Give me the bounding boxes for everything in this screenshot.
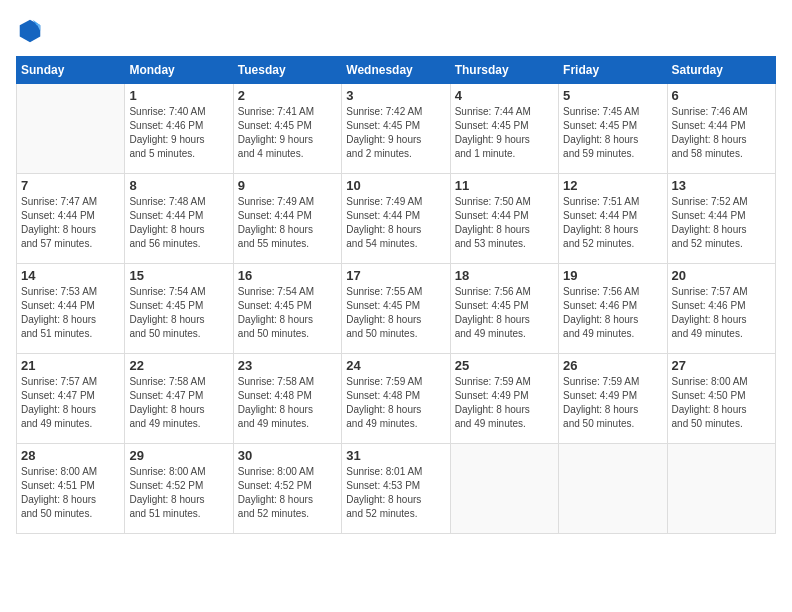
calendar-header-row: SundayMondayTuesdayWednesdayThursdayFrid… <box>17 57 776 84</box>
day-info: Sunrise: 7:59 AM Sunset: 4:49 PM Dayligh… <box>455 375 554 431</box>
calendar-cell: 4Sunrise: 7:44 AM Sunset: 4:45 PM Daylig… <box>450 84 558 174</box>
day-number: 8 <box>129 178 228 193</box>
day-info: Sunrise: 7:41 AM Sunset: 4:45 PM Dayligh… <box>238 105 337 161</box>
day-info: Sunrise: 7:54 AM Sunset: 4:45 PM Dayligh… <box>238 285 337 341</box>
calendar-header-monday: Monday <box>125 57 233 84</box>
calendar-cell: 3Sunrise: 7:42 AM Sunset: 4:45 PM Daylig… <box>342 84 450 174</box>
day-info: Sunrise: 7:48 AM Sunset: 4:44 PM Dayligh… <box>129 195 228 251</box>
day-number: 18 <box>455 268 554 283</box>
day-info: Sunrise: 7:59 AM Sunset: 4:48 PM Dayligh… <box>346 375 445 431</box>
calendar-cell: 17Sunrise: 7:55 AM Sunset: 4:45 PM Dayli… <box>342 264 450 354</box>
day-number: 25 <box>455 358 554 373</box>
day-info: Sunrise: 7:58 AM Sunset: 4:47 PM Dayligh… <box>129 375 228 431</box>
day-info: Sunrise: 8:00 AM Sunset: 4:52 PM Dayligh… <box>238 465 337 521</box>
calendar-cell: 10Sunrise: 7:49 AM Sunset: 4:44 PM Dayli… <box>342 174 450 264</box>
day-number: 3 <box>346 88 445 103</box>
day-number: 9 <box>238 178 337 193</box>
day-info: Sunrise: 8:01 AM Sunset: 4:53 PM Dayligh… <box>346 465 445 521</box>
day-info: Sunrise: 7:58 AM Sunset: 4:48 PM Dayligh… <box>238 375 337 431</box>
calendar-cell: 14Sunrise: 7:53 AM Sunset: 4:44 PM Dayli… <box>17 264 125 354</box>
calendar-cell: 2Sunrise: 7:41 AM Sunset: 4:45 PM Daylig… <box>233 84 341 174</box>
calendar-cell: 27Sunrise: 8:00 AM Sunset: 4:50 PM Dayli… <box>667 354 775 444</box>
calendar-header-tuesday: Tuesday <box>233 57 341 84</box>
calendar-cell: 31Sunrise: 8:01 AM Sunset: 4:53 PM Dayli… <box>342 444 450 534</box>
day-info: Sunrise: 7:55 AM Sunset: 4:45 PM Dayligh… <box>346 285 445 341</box>
calendar-cell: 6Sunrise: 7:46 AM Sunset: 4:44 PM Daylig… <box>667 84 775 174</box>
calendar-cell: 11Sunrise: 7:50 AM Sunset: 4:44 PM Dayli… <box>450 174 558 264</box>
day-info: Sunrise: 7:57 AM Sunset: 4:47 PM Dayligh… <box>21 375 120 431</box>
calendar-cell: 1Sunrise: 7:40 AM Sunset: 4:46 PM Daylig… <box>125 84 233 174</box>
day-info: Sunrise: 7:51 AM Sunset: 4:44 PM Dayligh… <box>563 195 662 251</box>
calendar-cell: 13Sunrise: 7:52 AM Sunset: 4:44 PM Dayli… <box>667 174 775 264</box>
calendar-header-wednesday: Wednesday <box>342 57 450 84</box>
day-number: 10 <box>346 178 445 193</box>
calendar-cell: 19Sunrise: 7:56 AM Sunset: 4:46 PM Dayli… <box>559 264 667 354</box>
day-number: 20 <box>672 268 771 283</box>
day-number: 26 <box>563 358 662 373</box>
day-info: Sunrise: 7:52 AM Sunset: 4:44 PM Dayligh… <box>672 195 771 251</box>
day-info: Sunrise: 7:50 AM Sunset: 4:44 PM Dayligh… <box>455 195 554 251</box>
day-number: 28 <box>21 448 120 463</box>
day-number: 31 <box>346 448 445 463</box>
day-number: 29 <box>129 448 228 463</box>
calendar-cell: 12Sunrise: 7:51 AM Sunset: 4:44 PM Dayli… <box>559 174 667 264</box>
calendar-cell: 7Sunrise: 7:47 AM Sunset: 4:44 PM Daylig… <box>17 174 125 264</box>
day-info: Sunrise: 7:47 AM Sunset: 4:44 PM Dayligh… <box>21 195 120 251</box>
day-info: Sunrise: 7:49 AM Sunset: 4:44 PM Dayligh… <box>346 195 445 251</box>
day-number: 17 <box>346 268 445 283</box>
calendar-body: 1Sunrise: 7:40 AM Sunset: 4:46 PM Daylig… <box>17 84 776 534</box>
logo <box>16 16 48 44</box>
day-number: 7 <box>21 178 120 193</box>
day-number: 30 <box>238 448 337 463</box>
day-info: Sunrise: 7:57 AM Sunset: 4:46 PM Dayligh… <box>672 285 771 341</box>
day-number: 11 <box>455 178 554 193</box>
calendar-cell: 29Sunrise: 8:00 AM Sunset: 4:52 PM Dayli… <box>125 444 233 534</box>
calendar-cell: 15Sunrise: 7:54 AM Sunset: 4:45 PM Dayli… <box>125 264 233 354</box>
calendar-cell <box>559 444 667 534</box>
day-number: 15 <box>129 268 228 283</box>
day-number: 24 <box>346 358 445 373</box>
calendar-cell: 24Sunrise: 7:59 AM Sunset: 4:48 PM Dayli… <box>342 354 450 444</box>
day-number: 6 <box>672 88 771 103</box>
calendar-cell: 20Sunrise: 7:57 AM Sunset: 4:46 PM Dayli… <box>667 264 775 354</box>
page-header <box>16 16 776 44</box>
day-number: 5 <box>563 88 662 103</box>
calendar-cell: 23Sunrise: 7:58 AM Sunset: 4:48 PM Dayli… <box>233 354 341 444</box>
calendar-cell: 18Sunrise: 7:56 AM Sunset: 4:45 PM Dayli… <box>450 264 558 354</box>
day-info: Sunrise: 7:59 AM Sunset: 4:49 PM Dayligh… <box>563 375 662 431</box>
calendar-cell: 9Sunrise: 7:49 AM Sunset: 4:44 PM Daylig… <box>233 174 341 264</box>
day-info: Sunrise: 7:53 AM Sunset: 4:44 PM Dayligh… <box>21 285 120 341</box>
day-number: 1 <box>129 88 228 103</box>
calendar: SundayMondayTuesdayWednesdayThursdayFrid… <box>16 56 776 534</box>
logo-icon <box>16 16 44 44</box>
day-info: Sunrise: 8:00 AM Sunset: 4:50 PM Dayligh… <box>672 375 771 431</box>
day-number: 23 <box>238 358 337 373</box>
calendar-cell: 28Sunrise: 8:00 AM Sunset: 4:51 PM Dayli… <box>17 444 125 534</box>
day-number: 2 <box>238 88 337 103</box>
calendar-header-saturday: Saturday <box>667 57 775 84</box>
day-info: Sunrise: 7:49 AM Sunset: 4:44 PM Dayligh… <box>238 195 337 251</box>
calendar-cell: 26Sunrise: 7:59 AM Sunset: 4:49 PM Dayli… <box>559 354 667 444</box>
calendar-cell: 16Sunrise: 7:54 AM Sunset: 4:45 PM Dayli… <box>233 264 341 354</box>
day-number: 27 <box>672 358 771 373</box>
day-number: 13 <box>672 178 771 193</box>
calendar-week-row: 21Sunrise: 7:57 AM Sunset: 4:47 PM Dayli… <box>17 354 776 444</box>
calendar-cell <box>667 444 775 534</box>
day-info: Sunrise: 7:56 AM Sunset: 4:46 PM Dayligh… <box>563 285 662 341</box>
day-number: 12 <box>563 178 662 193</box>
day-info: Sunrise: 7:40 AM Sunset: 4:46 PM Dayligh… <box>129 105 228 161</box>
calendar-week-row: 28Sunrise: 8:00 AM Sunset: 4:51 PM Dayli… <box>17 444 776 534</box>
day-info: Sunrise: 8:00 AM Sunset: 4:51 PM Dayligh… <box>21 465 120 521</box>
day-number: 19 <box>563 268 662 283</box>
calendar-cell: 22Sunrise: 7:58 AM Sunset: 4:47 PM Dayli… <box>125 354 233 444</box>
calendar-cell: 5Sunrise: 7:45 AM Sunset: 4:45 PM Daylig… <box>559 84 667 174</box>
day-number: 22 <box>129 358 228 373</box>
calendar-header-friday: Friday <box>559 57 667 84</box>
day-info: Sunrise: 7:44 AM Sunset: 4:45 PM Dayligh… <box>455 105 554 161</box>
day-info: Sunrise: 7:54 AM Sunset: 4:45 PM Dayligh… <box>129 285 228 341</box>
day-number: 16 <box>238 268 337 283</box>
calendar-header-thursday: Thursday <box>450 57 558 84</box>
calendar-week-row: 14Sunrise: 7:53 AM Sunset: 4:44 PM Dayli… <box>17 264 776 354</box>
calendar-cell: 21Sunrise: 7:57 AM Sunset: 4:47 PM Dayli… <box>17 354 125 444</box>
day-number: 14 <box>21 268 120 283</box>
